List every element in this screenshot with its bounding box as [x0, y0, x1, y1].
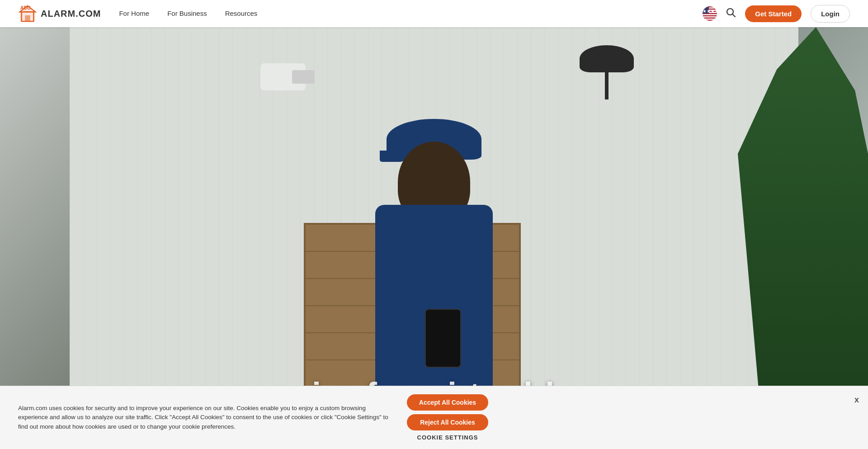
cookie-button-group: Accept All Cookies Reject All Cookies CO…: [407, 394, 488, 441]
accept-cookies-button[interactable]: Accept All Cookies: [407, 394, 488, 411]
svg-line-17: [732, 14, 735, 17]
nav-link-resources[interactable]: Resources: [225, 9, 258, 17]
nav-link-for-business[interactable]: For Business: [167, 9, 207, 17]
outdoor-lamp: [580, 45, 634, 109]
logo-text: ALARM.COM: [41, 9, 101, 19]
language-flag[interactable]: ★★★★★★: [703, 6, 717, 21]
reject-cookies-button[interactable]: Reject All Cookies: [407, 414, 488, 430]
nav-item-for-home[interactable]: For Home: [119, 9, 149, 18]
navbar: ADC ALARM.COM For Home For Business Reso…: [0, 0, 868, 27]
nav-links: For Home For Business Resources: [119, 9, 257, 18]
nav-right: ★★★★★★ Get Started Login: [703, 5, 850, 23]
cookie-message: Alarm.com uses cookies for security and …: [18, 404, 389, 431]
login-button[interactable]: Login: [811, 5, 850, 23]
nav-item-for-business[interactable]: For Business: [167, 9, 207, 18]
svg-text:★★★★★★: ★★★★★★: [703, 9, 717, 14]
cookie-settings-link[interactable]: COOKIE SETTINGS: [407, 434, 488, 441]
cookie-banner: Alarm.com uses cookies for security and …: [0, 386, 868, 449]
lamp-arm: [605, 72, 609, 99]
search-icon: [726, 8, 736, 18]
cookie-close-button[interactable]: x: [854, 395, 859, 405]
svg-rect-3: [25, 15, 30, 21]
svg-text:ADC: ADC: [20, 5, 31, 10]
person-phone: [425, 309, 461, 368]
search-button[interactable]: [726, 8, 736, 20]
lamp-shade: [580, 45, 634, 72]
security-camera: [260, 63, 306, 90]
svg-rect-11: [703, 14, 717, 15]
person-figure: [362, 151, 506, 404]
alarm-logo-icon: ADC: [18, 4, 37, 23]
svg-rect-12: [703, 16, 717, 17]
person-body: [375, 205, 493, 404]
nav-item-resources[interactable]: Resources: [225, 9, 258, 18]
logo-link[interactable]: ADC ALARM.COM: [18, 4, 101, 23]
get-started-button[interactable]: Get Started: [745, 5, 802, 22]
svg-rect-13: [703, 19, 717, 19]
nav-link-for-home[interactable]: For Home: [119, 9, 149, 17]
